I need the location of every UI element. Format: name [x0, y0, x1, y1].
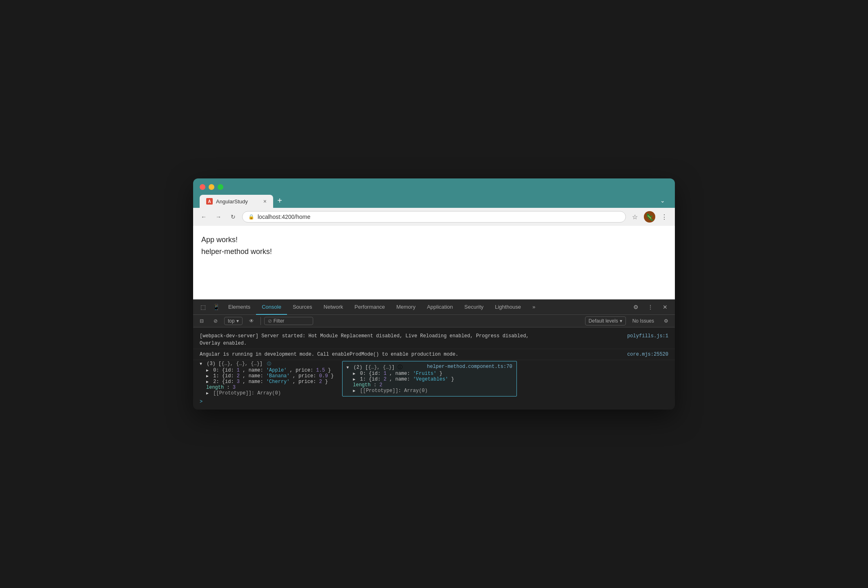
console-output: [webpack-dev-server] Server started: Hot… — [193, 327, 675, 410]
console-eye-button[interactable]: 👁 — [246, 317, 257, 325]
profile-button[interactable]: 🦎 — [644, 211, 655, 223]
arr-proto-left[interactable]: ▶ [[Prototype]]: Array(0) — [200, 390, 334, 396]
tab-performance[interactable]: Performance — [349, 300, 390, 315]
webpack-message-text: [webpack-dev-server] Server started: Hot… — [200, 332, 619, 347]
more-tabs-button[interactable]: » — [527, 300, 541, 315]
helper-method-text: helper-method works! — [201, 246, 667, 258]
bookmark-button[interactable]: ☆ — [629, 211, 641, 223]
devtools-panel: ⬚ 📱 Elements Console Sources Network Per… — [193, 299, 675, 410]
maximize-button[interactable] — [218, 184, 223, 190]
tab-network[interactable]: Network — [318, 300, 349, 315]
minimize-button[interactable] — [209, 184, 214, 190]
devtools-more-button[interactable]: ⋮ — [644, 300, 657, 314]
tab-console[interactable]: Console — [256, 300, 287, 315]
categories-array-header[interactable]: ▼ (2) [{…}, {…}] ⓘ — [347, 364, 403, 371]
devtools-tab-bar: ⬚ 📱 Elements Console Sources Network Per… — [193, 300, 675, 315]
collapse-arrow-right[interactable]: ▼ — [347, 365, 349, 370]
console-context-selector[interactable]: top ▾ — [224, 317, 243, 325]
devtools-device-button[interactable]: 📱 — [209, 300, 223, 314]
categories-header-row: ▼ (2) [{…}, {…}] ⓘ helper-method.compone… — [347, 364, 512, 371]
polyfills-link[interactable]: polyfills.js:1 — [619, 332, 668, 340]
browser-titlebar: A AngularStudy × + ⌄ — [193, 178, 675, 208]
console-settings-button[interactable]: ⚙ — [661, 317, 672, 325]
address-bar[interactable]: 🔒 localhost:4200/home — [242, 211, 626, 223]
close-button[interactable] — [200, 184, 205, 190]
collapse-arrow-left[interactable]: ▼ — [200, 362, 202, 366]
default-levels-button[interactable]: Default levels ▾ — [585, 316, 626, 325]
console-input-row[interactable]: > — [193, 397, 675, 406]
arr-item-0[interactable]: ▶ 0: {id: 1 , name: 'Apple' , price: 1.5… — [200, 368, 334, 373]
info-icon-right: ⓘ — [398, 365, 403, 370]
console-sidebar-button[interactable]: ⊟ — [196, 317, 207, 325]
console-filter-input[interactable]: ⊘ Filter — [264, 317, 313, 325]
cat-item-0[interactable]: ▶ 0: {id: 1 , name: 'Fruits' } — [347, 371, 512, 376]
tab-memory[interactable]: Memory — [391, 300, 421, 315]
app-works-text: App works! — [201, 234, 667, 246]
arr-proto-right[interactable]: ▶ [[Prototype]]: Array(0) — [347, 388, 512, 394]
browser-tab[interactable]: A AngularStudy × — [200, 195, 273, 208]
toolbar-divider — [260, 317, 261, 325]
reload-button[interactable]: ↻ — [227, 211, 239, 223]
back-button[interactable]: ← — [198, 211, 209, 223]
info-icon-left: ⓘ — [267, 362, 271, 366]
traffic-lights — [200, 184, 668, 190]
core-mjs-link[interactable]: core.mjs:25520 — [619, 351, 668, 358]
array-outputs-row: ▼ (3) [{…}, {…}, {…}] ⓘ ▶ 0: {id: 1 , na… — [193, 360, 675, 397]
tab-elements[interactable]: Elements — [223, 300, 256, 315]
tab-bar: A AngularStudy × + ⌄ — [200, 195, 668, 208]
fruits-array-block: ▼ (3) [{…}, {…}, {…}] ⓘ ▶ 0: {id: 1 , na… — [200, 361, 334, 396]
devtools-inspect-button[interactable]: ⬚ — [196, 300, 209, 314]
new-tab-button[interactable]: + — [274, 195, 285, 206]
angular-message-text: Angular is running in development mode. … — [200, 351, 619, 358]
arr-length-right: length : 2 — [347, 382, 512, 388]
tab-title: AngularStudy — [216, 198, 260, 205]
console-clear-button[interactable]: ⊘ — [210, 317, 221, 325]
tab-dropdown-button[interactable]: ⌄ — [657, 195, 668, 206]
tab-application[interactable]: Application — [421, 300, 459, 315]
arr-item-2[interactable]: ▶ 2: {id: 3 , name: 'Cherry' , price: 2 … — [200, 379, 334, 385]
devtools-close-button[interactable]: ✕ — [659, 300, 672, 314]
console-message-webpack: [webpack-dev-server] Server started: Hot… — [193, 331, 675, 349]
devtools-settings-button[interactable]: ⚙ — [629, 300, 642, 314]
arr-length-left: length : 3 — [200, 385, 334, 390]
avatar-icon: 🦎 — [645, 213, 654, 221]
url-text: localhost:4200/home — [258, 214, 620, 220]
fruits-array-header[interactable]: ▼ (3) [{…}, {…}, {…}] ⓘ — [200, 361, 334, 367]
no-issues-indicator: No Issues — [629, 317, 657, 325]
browser-navbar: ← → ↻ 🔒 localhost:4200/home ☆ 🦎 ⋮ — [193, 208, 675, 226]
console-message-angular: Angular is running in development mode. … — [193, 349, 675, 360]
arr-item-1[interactable]: ▶ 1: {id: 2 , name: 'Banana' , price: 0.… — [200, 373, 334, 379]
forward-button[interactable]: → — [213, 211, 224, 223]
page-content: App works! helper-method works! — [193, 226, 675, 299]
cat-item-1[interactable]: ▶ 1: {id: 2 , name: 'Vegetables' } — [347, 376, 512, 382]
more-options-button[interactable]: ⋮ — [659, 211, 670, 223]
browser-window: A AngularStudy × + ⌄ ← → ↻ 🔒 localhost:4… — [193, 178, 675, 410]
console-toolbar: ⊟ ⊘ top ▾ 👁 ⊘ Filter Default levels ▾ — [193, 315, 675, 327]
tab-sources[interactable]: Sources — [287, 300, 318, 315]
helper-method-link[interactable]: helper-method.component.ts:70 — [419, 364, 512, 370]
tab-favicon: A — [206, 198, 213, 205]
nav-actions: ☆ 🦎 ⋮ — [629, 211, 670, 223]
tab-lighthouse[interactable]: Lighthouse — [489, 300, 527, 315]
security-icon: 🔒 — [248, 214, 254, 220]
tab-close-button[interactable]: × — [263, 198, 267, 205]
tab-security[interactable]: Security — [458, 300, 489, 315]
console-prompt: > — [200, 399, 203, 405]
categories-array-block: ▼ (2) [{…}, {…}] ⓘ helper-method.compone… — [342, 361, 517, 396]
filter-icon: ⊘ — [268, 318, 272, 324]
devtools-actions: ⚙ ⋮ ✕ — [629, 300, 672, 314]
